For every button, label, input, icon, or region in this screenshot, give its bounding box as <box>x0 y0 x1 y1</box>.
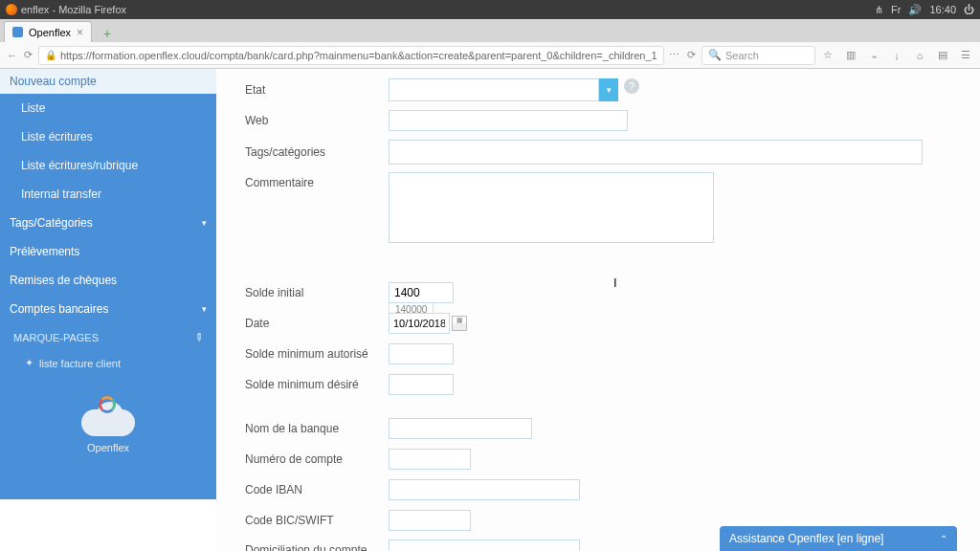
new-tab-button[interactable]: + <box>98 25 117 42</box>
sidebar-item-rubrique[interactable]: Liste écritures/rubrique <box>0 151 216 180</box>
chat-widget[interactable]: Assistance Openflex [en ligne] ⌃ <box>720 526 957 551</box>
clock: 16:40 <box>929 4 956 15</box>
chevron-down-icon: ▾ <box>202 304 207 314</box>
tag-icon: ✦ <box>25 357 33 369</box>
sidebar-item-liste[interactable]: Liste <box>0 94 216 122</box>
brand-name: Openflex <box>0 442 216 453</box>
chevron-up-icon: ⌃ <box>940 534 947 544</box>
min-auth-input[interactable] <box>389 343 454 364</box>
date-input[interactable] <box>389 313 450 334</box>
acct-no-input <box>389 449 471 470</box>
bank-name-input[interactable] <box>389 418 532 439</box>
sidebar-cat-tags[interactable]: Tags/Catégories ▾ <box>0 209 216 237</box>
window-title: enflex - Mozilla Firefox <box>21 4 126 15</box>
label-bic: Code BIC/SWIFT <box>245 514 389 527</box>
sidebar-item-transfer[interactable]: Internal transfer <box>0 180 216 209</box>
download-icon[interactable]: ↓ <box>888 47 905 64</box>
back-button[interactable]: ← <box>6 47 18 64</box>
bookmarks-heading: MARQUE-PAGES <box>13 332 99 343</box>
sidebar-cat-cheques[interactable]: Remises de chèques <box>0 266 216 295</box>
sidebar-cat-label: Comptes bancaires <box>10 302 108 316</box>
main-form: Etat ▾ ? Web Tags/catégories Commentaire… <box>216 69 980 551</box>
bookmark-label: liste facture client <box>39 358 121 369</box>
search-bar[interactable]: 🔍 Search <box>702 46 815 65</box>
label-web: Web <box>245 114 389 127</box>
browser-tab[interactable]: Openflex × <box>4 21 92 42</box>
calendar-icon[interactable]: ▦ <box>452 316 467 331</box>
tab-favicon <box>12 27 23 37</box>
tags-input[interactable] <box>389 140 923 165</box>
sidebar-head[interactable]: Nouveau compte <box>0 69 216 94</box>
pocket-icon[interactable]: ⌄ <box>865 47 882 64</box>
search-icon: 🔍 <box>708 49 722 61</box>
reader-icon[interactable]: ⟳ <box>685 47 698 64</box>
chevron-down-icon: ▾ <box>202 218 207 228</box>
sound-icon[interactable]: 🔊 <box>908 4 922 16</box>
sidebar-cat-label: Remises de chèques <box>10 274 117 287</box>
openflex-logo <box>78 394 139 436</box>
etc-icon[interactable]: ⋯ <box>668 49 681 61</box>
pin-icon[interactable]: ✎ <box>191 330 207 345</box>
lang-indicator[interactable]: Fr <box>891 4 901 15</box>
reload-button[interactable]: ⟳ <box>22 47 34 64</box>
iban-input[interactable] <box>389 479 580 500</box>
bookmark-icon[interactable]: ☆ <box>819 47 836 64</box>
web-input[interactable] <box>389 110 628 131</box>
close-tab-icon[interactable]: × <box>77 26 83 39</box>
chat-label: Assistance Openflex [en ligne] <box>729 532 883 545</box>
bookmark-item[interactable]: ✦ liste facture client <box>0 351 216 375</box>
label-comment: Commentaire <box>245 172 389 189</box>
sidebar-item-ecritures[interactable]: Liste écritures <box>0 122 216 151</box>
label-solde-initial: Solde initial <box>245 286 389 299</box>
url-text: https://formation.openflex.cloud/compta/… <box>60 50 657 61</box>
help-icon[interactable]: ? <box>624 78 639 94</box>
label-min-auth: Solde minimum autorisé <box>245 347 389 361</box>
solde-initial-input[interactable] <box>389 282 454 303</box>
search-placeholder: Search <box>725 50 759 61</box>
sidebar-cat-label: Tags/Catégories <box>10 216 93 230</box>
app-sidebar: Nouveau compte Liste Liste écritures Lis… <box>0 69 216 499</box>
label-bank-name: Nom de la banque <box>245 422 389 435</box>
sidebar-cat-comptes[interactable]: Comptes bancaires ▾ <box>0 295 216 323</box>
label-etat: Etat <box>245 83 389 97</box>
menu-icon[interactable]: ☰ <box>957 47 974 64</box>
dom-textarea[interactable] <box>389 540 580 551</box>
comment-textarea[interactable] <box>389 172 714 243</box>
sidebar-cat-prelev[interactable]: Prélèvements <box>0 237 216 266</box>
chevron-down-icon[interactable]: ▾ <box>599 78 618 101</box>
etat-select[interactable] <box>389 78 599 101</box>
sidebar-icon[interactable]: ▤ <box>934 47 951 64</box>
wifi-icon: ⋔ <box>875 4 883 16</box>
label-min-desire: Solde minimum désiré <box>245 378 389 391</box>
library-icon[interactable]: ▥ <box>842 47 859 64</box>
power-icon[interactable]: ⏻ <box>964 4 974 15</box>
label-acct-no: Numéro de compte <box>245 452 389 466</box>
home-icon[interactable]: ⌂ <box>911 47 928 64</box>
label-iban: Code IBAN <box>245 483 389 496</box>
min-desire-input[interactable] <box>389 374 454 395</box>
address-bar[interactable]: 🔒 https://formation.openflex.cloud/compt… <box>38 46 664 65</box>
lock-icon: 🔒 <box>45 50 56 60</box>
label-date: Date <box>245 317 389 330</box>
label-tags: Tags/catégories <box>245 145 389 159</box>
firefox-icon <box>6 4 17 15</box>
tab-title: Openflex <box>29 27 71 38</box>
sidebar-cat-label: Prélèvements <box>10 245 79 258</box>
label-dom: Domiciliation du compte <box>245 540 389 551</box>
bic-input[interactable] <box>389 510 471 531</box>
